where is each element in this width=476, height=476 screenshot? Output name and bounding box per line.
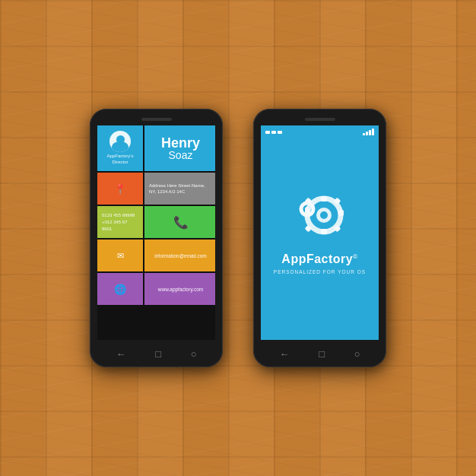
name-last: Soaz <box>169 150 193 160</box>
sig-1 <box>363 133 365 135</box>
tile-email-icon: ✉ <box>97 240 143 271</box>
tile-name: Henry Soaz <box>144 125 215 171</box>
phone-primary: 0123 455 68988 <box>102 212 135 219</box>
tile-globe-icon: 🌐 <box>97 273 143 305</box>
tile-avatar: AppFactory'sDirector <box>97 125 143 171</box>
bat-3 <box>278 131 282 134</box>
avatar-image <box>109 131 131 152</box>
sig-4 <box>372 129 374 135</box>
envelope-icon: ✉ <box>117 251 124 261</box>
tile-phone-number: 0123 455 68988 +012 345 67 8901 <box>97 206 143 238</box>
address-line1: Address Here Street Name, <box>149 182 205 189</box>
screen-2: AppFactory© PERSONALIZED FOR YOUR OS <box>261 125 379 340</box>
address-line2: NY, 1234 A/2 14C <box>149 189 185 195</box>
status-bar <box>265 129 374 135</box>
back-button-2[interactable]: ← <box>279 348 289 360</box>
search-button-1[interactable]: ○ <box>191 348 197 360</box>
search-button-2[interactable]: ○ <box>354 348 360 360</box>
bat-1 <box>265 131 270 134</box>
home-button-2[interactable]: □ <box>319 348 325 360</box>
name-first: Henry <box>161 136 200 150</box>
sig-2 <box>366 132 368 135</box>
bottom-nav-2: ← □ ○ <box>253 340 386 367</box>
bat-2 <box>271 131 276 134</box>
sig-3 <box>369 130 371 135</box>
tile-website: www.appfactory.com <box>144 273 215 305</box>
battery-indicator <box>265 131 282 134</box>
svg-rect-2 <box>321 229 327 234</box>
svg-rect-3 <box>338 210 344 216</box>
email-text: information@email.com <box>154 253 206 259</box>
phone-icon: 📞 <box>173 215 189 230</box>
website-text: www.appfactory.com <box>158 287 203 292</box>
home-button-1[interactable]: □ <box>155 348 161 360</box>
speaker-1 <box>141 118 172 121</box>
svg-point-12 <box>305 207 309 211</box>
svg-point-10 <box>320 211 328 219</box>
globe-icon: 🌐 <box>114 284 126 295</box>
pin-icon: 📍 <box>114 183 126 195</box>
screen-1: AppFactory'sDirector Henry Soaz 📍 Addres… <box>97 125 215 340</box>
tile-email: information@email.com <box>144 240 215 271</box>
gear-icon-container <box>295 191 344 243</box>
gear-icon <box>295 191 344 240</box>
signal-indicator <box>363 129 374 135</box>
bottom-nav-1: ← □ ○ <box>90 340 223 367</box>
phone-1: AppFactory'sDirector Henry Soaz 📍 Addres… <box>90 109 223 367</box>
svg-rect-1 <box>321 196 327 202</box>
back-button-1[interactable]: ← <box>116 348 125 360</box>
app-name: AppFactory© <box>281 252 357 266</box>
speaker-2 <box>305 118 335 121</box>
tile-address: Address Here Street Name, NY, 1234 A/2 1… <box>144 173 215 205</box>
copyright-mark: © <box>353 253 357 260</box>
tile-location-icon: 📍 <box>97 173 143 205</box>
phone-secondary: +012 345 67 8901 <box>102 219 138 233</box>
phone-2: AppFactory© PERSONALIZED FOR YOUR OS ← □… <box>253 109 386 367</box>
tile-grid: AppFactory'sDirector Henry Soaz 📍 Addres… <box>97 125 215 340</box>
app-tagline: PERSONALIZED FOR YOUR OS <box>274 269 366 274</box>
tile-phone-icon: 📞 <box>144 206 215 238</box>
avatar-label: AppFactory'sDirector <box>107 154 134 166</box>
